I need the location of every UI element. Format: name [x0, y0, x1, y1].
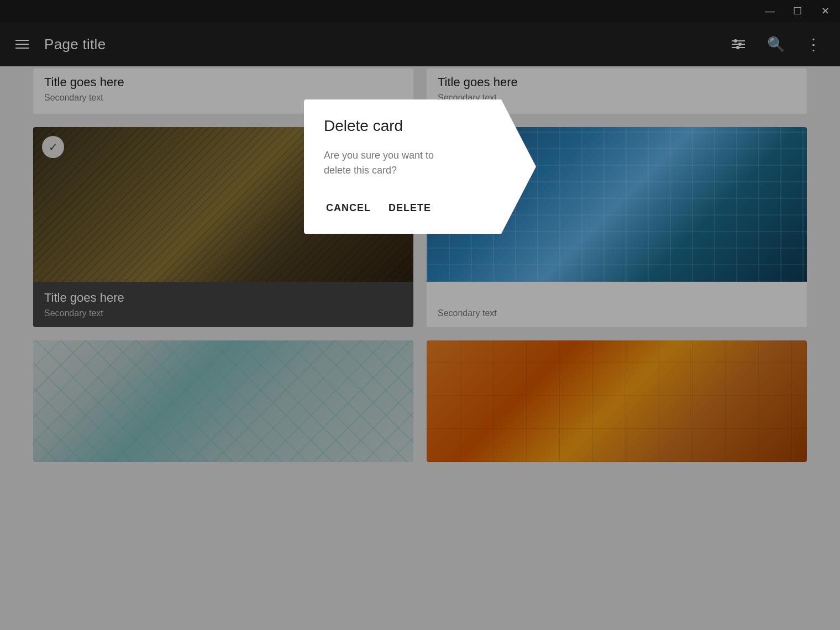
dialog-actions: CANCEL DELETE	[324, 198, 516, 218]
cancel-button[interactable]: CANCEL	[324, 198, 373, 218]
delete-card-dialog: Delete card Are you sure you want to del…	[304, 99, 536, 234]
dialog-overlay: Delete card Are you sure you want to del…	[0, 0, 840, 630]
dialog-title: Delete card	[324, 117, 516, 135]
dialog-body: Are you sure you want to delete this car…	[324, 148, 463, 178]
delete-button[interactable]: DELETE	[386, 198, 433, 218]
